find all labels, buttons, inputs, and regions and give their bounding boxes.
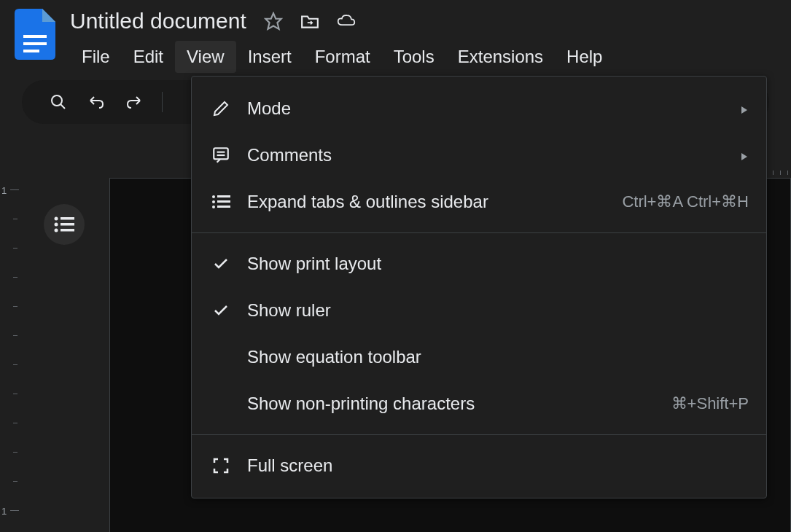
comments-icon bbox=[209, 144, 233, 167]
fullscreen-icon bbox=[209, 454, 233, 477]
svg-point-13 bbox=[212, 200, 215, 203]
ruler-tick bbox=[10, 510, 19, 511]
svg-rect-14 bbox=[217, 200, 230, 203]
list-icon bbox=[209, 190, 233, 214]
header: Untitled document File Edit View bbox=[0, 0, 791, 73]
ruler-label: 1 bbox=[1, 506, 7, 517]
view-dropdown-menu: Mode Comments bbox=[191, 76, 767, 498]
svg-point-15 bbox=[212, 206, 215, 208]
menu-item-mode[interactable]: Mode bbox=[192, 85, 766, 132]
cloud-status-icon[interactable] bbox=[337, 12, 356, 31]
ruler-tick bbox=[13, 423, 17, 423]
menu-format[interactable]: Format bbox=[303, 41, 382, 73]
svg-rect-12 bbox=[217, 195, 230, 197]
header-content: Untitled document File Edit View bbox=[70, 9, 614, 73]
menu-insert[interactable]: Insert bbox=[236, 41, 303, 73]
ruler-tick bbox=[780, 171, 781, 175]
menu-item-label: Show print layout bbox=[247, 254, 749, 274]
ruler-tick bbox=[13, 219, 17, 219]
pencil-icon bbox=[209, 97, 233, 120]
menu-bar: File Edit View Insert Format Tools Exten… bbox=[70, 41, 614, 73]
menu-item-label: Comments bbox=[247, 145, 740, 165]
svg-marker-6 bbox=[741, 106, 747, 114]
menu-item-label: Expand tabs & outlines sidebar bbox=[247, 192, 622, 212]
menu-file[interactable]: File bbox=[70, 41, 122, 73]
toolbar-divider bbox=[162, 92, 163, 112]
ruler-tick bbox=[13, 394, 17, 394]
ruler-tick bbox=[773, 171, 774, 175]
ruler-tick bbox=[13, 248, 17, 249]
svg-point-11 bbox=[212, 195, 215, 198]
svg-rect-22 bbox=[61, 229, 74, 232]
title-row: Untitled document bbox=[70, 9, 614, 34]
svg-rect-7 bbox=[214, 148, 228, 159]
menu-view[interactable]: View bbox=[175, 41, 236, 73]
menu-item-show-print-layout[interactable]: Show print layout bbox=[192, 240, 766, 287]
docs-app-icon[interactable] bbox=[15, 9, 55, 60]
menu-item-label: Show non-printing characters bbox=[247, 394, 671, 414]
menu-item-label: Show ruler bbox=[247, 300, 749, 321]
svg-rect-0 bbox=[23, 35, 47, 38]
svg-rect-18 bbox=[61, 217, 74, 220]
menu-item-show-ruler[interactable]: Show ruler bbox=[192, 287, 766, 334]
menu-item-show-nonprinting[interactable]: Show non-printing characters ⌘+Shift+P bbox=[192, 380, 766, 427]
ruler-tick bbox=[13, 335, 17, 336]
menu-edit[interactable]: Edit bbox=[122, 41, 175, 73]
outline-toggle-button[interactable] bbox=[44, 204, 85, 245]
svg-marker-10 bbox=[741, 153, 747, 160]
svg-rect-16 bbox=[217, 206, 230, 208]
move-folder-icon[interactable] bbox=[300, 12, 319, 31]
empty-icon bbox=[209, 392, 233, 415]
menu-item-expand-sidebar[interactable]: Expand tabs & outlines sidebar Ctrl+⌘A C… bbox=[192, 179, 766, 225]
ruler-tick bbox=[13, 364, 17, 365]
menu-item-show-equation-toolbar[interactable]: Show equation toolbar bbox=[192, 334, 766, 380]
menu-item-full-screen[interactable]: Full screen bbox=[192, 442, 766, 489]
svg-rect-2 bbox=[23, 50, 39, 52]
menu-divider bbox=[192, 232, 766, 233]
svg-rect-1 bbox=[23, 42, 47, 45]
keyboard-shortcut: Ctrl+⌘A Ctrl+⌘H bbox=[622, 192, 749, 211]
check-icon bbox=[209, 252, 233, 275]
svg-point-17 bbox=[55, 217, 58, 221]
ruler-label: 1 bbox=[1, 185, 7, 196]
menu-item-label: Show equation toolbar bbox=[247, 347, 749, 367]
search-button[interactable] bbox=[44, 87, 73, 117]
menu-extensions[interactable]: Extensions bbox=[446, 41, 555, 73]
menu-item-label: Full screen bbox=[247, 455, 749, 476]
ruler-tick bbox=[13, 481, 17, 482]
ruler-tick bbox=[10, 189, 19, 190]
ruler-tick bbox=[13, 277, 17, 278]
svg-rect-20 bbox=[61, 223, 74, 226]
svg-line-5 bbox=[61, 104, 65, 109]
ruler-tick bbox=[13, 452, 17, 453]
menu-divider bbox=[192, 434, 766, 435]
document-title[interactable]: Untitled document bbox=[70, 9, 246, 34]
svg-marker-3 bbox=[265, 13, 281, 29]
svg-point-4 bbox=[52, 95, 62, 106]
ruler-tick bbox=[787, 171, 788, 175]
menu-tools[interactable]: Tools bbox=[382, 41, 446, 73]
keyboard-shortcut: ⌘+Shift+P bbox=[671, 394, 749, 413]
submenu-arrow-icon bbox=[740, 145, 749, 165]
check-icon bbox=[209, 299, 233, 322]
star-icon[interactable] bbox=[264, 12, 283, 31]
empty-icon bbox=[209, 345, 233, 369]
svg-point-19 bbox=[55, 223, 58, 227]
menu-item-label: Mode bbox=[247, 98, 740, 119]
submenu-arrow-icon bbox=[740, 98, 749, 119]
ruler-tick bbox=[13, 306, 17, 307]
menu-item-comments[interactable]: Comments bbox=[192, 132, 766, 179]
undo-button[interactable] bbox=[82, 87, 111, 117]
ruler-vertical[interactable]: 1 1 bbox=[0, 168, 22, 532]
redo-button[interactable] bbox=[120, 87, 149, 117]
menu-help[interactable]: Help bbox=[555, 41, 614, 73]
svg-point-21 bbox=[55, 229, 58, 232]
